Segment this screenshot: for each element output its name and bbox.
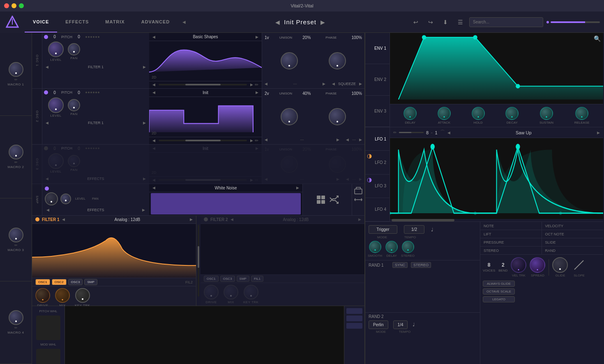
vel-trk-knob[interactable] — [511, 257, 526, 273]
filter-1-drive-knob[interactable] — [35, 288, 50, 303]
slope-display[interactable] — [571, 257, 587, 273]
ctrl-bar-2[interactable] — [346, 316, 362, 321]
lfo-1-label[interactable]: LFO 1 — [365, 127, 390, 151]
macro-2-edit-icon[interactable]: ✏ — [14, 160, 18, 164]
osc-1-filter-prev[interactable]: ◀ — [46, 65, 48, 69]
nav-prev-arrow[interactable]: ◀ — [178, 12, 190, 33]
undo-button[interactable]: ↩ — [410, 16, 422, 28]
env-2-label[interactable]: ENV 2 — [365, 64, 390, 95]
legato-btn[interactable]: LEGATO — [483, 296, 515, 302]
filter-1-osc2-btn[interactable]: OSC2 — [52, 279, 67, 285]
smp-filter-next[interactable]: ▶ — [142, 208, 145, 212]
osc-1-wf-prev[interactable]: ◀ — [152, 35, 155, 39]
filter-1-fil2-label[interactable]: FIL2 — [185, 280, 193, 284]
osc-3-wf-next[interactable]: ▶ — [256, 146, 258, 150]
osc-2-rb-next2[interactable]: ▶ — [359, 138, 362, 142]
lfo-wf-prev[interactable]: ◀ — [447, 131, 450, 135]
osc-2-unison-knob[interactable] — [281, 108, 298, 125]
env-1-label[interactable]: ENV 1 — [365, 33, 390, 64]
env-sustain-knob[interactable] — [540, 107, 553, 120]
filter-2-osc3-btn[interactable]: OSC3 — [220, 276, 235, 282]
filter-scroll-thumb[interactable] — [198, 246, 199, 268]
macro-1-edit-icon[interactable]: ✏ — [14, 78, 18, 82]
lfo-3-label[interactable]: LFO 3 ◑ — [365, 175, 390, 198]
menu-button[interactable]: ☰ — [454, 16, 466, 28]
preset-prev-button[interactable]: ◀ — [275, 19, 280, 25]
tab-voice[interactable]: VOICE — [25, 12, 57, 32]
filter-1-prev[interactable]: ◀ — [62, 217, 65, 221]
osc-2-pan-knob[interactable] — [68, 99, 80, 111]
osc-3-phase-knob[interactable] — [329, 156, 346, 173]
osc-1-rb-next2[interactable]: ▶ — [359, 82, 362, 86]
filter-2-mix-knob[interactable] — [224, 285, 238, 299]
filter-2-keytrk-knob[interactable] — [244, 285, 258, 299]
osc-2-wf-prev[interactable]: ◀ — [152, 90, 155, 94]
mod-wheel[interactable] — [36, 349, 60, 364]
rand-1-sync-btn[interactable]: SYNC — [392, 262, 408, 268]
lfo-2-label[interactable]: LFO 2 ◑ — [365, 151, 390, 174]
lfo-4-label[interactable]: LFO 4 — [365, 198, 390, 221]
filter-1-smp-btn[interactable]: SMP — [84, 279, 97, 285]
filter-2-prev[interactable]: ◀ — [231, 217, 233, 221]
osc-3-rb-prev[interactable]: ◀ — [265, 177, 267, 181]
osc-1-wf-next[interactable]: ▶ — [256, 35, 258, 39]
lfo-mode-box[interactable]: Trigger — [369, 225, 397, 234]
osc-2-wf-foot-prev[interactable]: ◀ — [152, 138, 155, 143]
osc-2-rb-prev2[interactable]: ◀ — [346, 138, 349, 142]
smp-level-knob[interactable] — [45, 192, 58, 205]
glide-knob[interactable] — [552, 257, 568, 273]
osc-1-rb-next[interactable]: ▶ — [323, 82, 325, 86]
filter-2-osc1-btn[interactable]: OSC1 — [204, 276, 219, 282]
osc-3-wf-foot-next[interactable]: ▶ — [250, 178, 253, 182]
close-button[interactable] — [4, 3, 9, 8]
osc-2-filter-next[interactable]: ▶ — [143, 121, 146, 125]
osc-2-wf-edit-icon[interactable]: ✏ — [255, 138, 258, 143]
volume-slider[interactable] — [551, 21, 600, 23]
osc-1-wf-scrollbar[interactable] — [159, 84, 247, 85]
search-icon[interactable]: 🔍 — [594, 35, 601, 42]
osc-3-filter-next[interactable]: ▶ — [143, 177, 146, 181]
osc-1-rb-prev2[interactable]: ◀ — [332, 82, 335, 86]
osc-2-level-knob[interactable] — [48, 97, 64, 113]
macro-4-knob[interactable] — [9, 310, 23, 325]
env-attack-knob[interactable] — [438, 107, 451, 120]
osc-1-level-knob[interactable] — [48, 41, 64, 57]
osc-1-pan-knob[interactable] — [68, 43, 80, 55]
filter-1-next[interactable]: ▶ — [190, 217, 193, 221]
lfo-curve-icon[interactable]: ⌒ — [440, 129, 445, 136]
filter-2-drive-knob[interactable] — [204, 285, 219, 299]
rand-1-stereo-btn[interactable]: STEREO — [411, 262, 431, 268]
osc-1-phase-knob[interactable] — [329, 52, 346, 69]
smp-icon-2[interactable] — [329, 195, 339, 205]
osc-3-unison-knob[interactable] — [281, 156, 298, 173]
osc-3-wf-prev[interactable]: ◀ — [152, 146, 155, 150]
octave-scale-btn[interactable]: OCTAVE SCALE — [483, 288, 515, 295]
filter-2-next[interactable]: ▶ — [358, 217, 361, 221]
lfo-smooth-knob[interactable] — [369, 241, 381, 253]
smp-pan-knob[interactable] — [60, 194, 71, 204]
lfo-shape-bar[interactable] — [399, 132, 424, 133]
maximize-button[interactable] — [19, 3, 24, 8]
smp-wf-prev[interactable]: ◀ — [152, 186, 155, 190]
always-glide-btn[interactable]: ALWAYS GLIDE — [483, 281, 515, 287]
smp-wf-next[interactable]: ▶ — [296, 186, 299, 190]
lfo-stereo-knob[interactable] — [402, 241, 414, 253]
osc-1-rb-prev[interactable]: ◀ — [265, 82, 267, 86]
pitch-wheel[interactable] — [36, 316, 60, 340]
osc-2-wf-next[interactable]: ▶ — [256, 90, 258, 94]
osc-3-active-dot[interactable] — [44, 146, 48, 150]
smp-active-dot[interactable] — [45, 187, 49, 191]
lfo-draw-icon[interactable]: ✏ — [393, 130, 397, 135]
osc-2-filter-prev[interactable]: ◀ — [46, 121, 48, 125]
tab-advanced[interactable]: ADVANCED — [133, 12, 178, 32]
osc-1-filter-next[interactable]: ▶ — [143, 65, 146, 69]
save-button[interactable]: ⬇ — [440, 16, 451, 28]
env-hold-knob[interactable] — [472, 107, 485, 120]
filter-1-osc3-btn[interactable]: OSC3 — [68, 279, 83, 285]
osc-1-unison-knob[interactable] — [281, 52, 298, 69]
ctrl-bar-1[interactable] — [346, 308, 362, 314]
osc-2-phase-knob[interactable] — [329, 108, 346, 125]
filter-2-dot[interactable] — [204, 217, 208, 221]
env-release-knob[interactable] — [575, 107, 588, 120]
macro-3-knob[interactable] — [9, 228, 23, 242]
